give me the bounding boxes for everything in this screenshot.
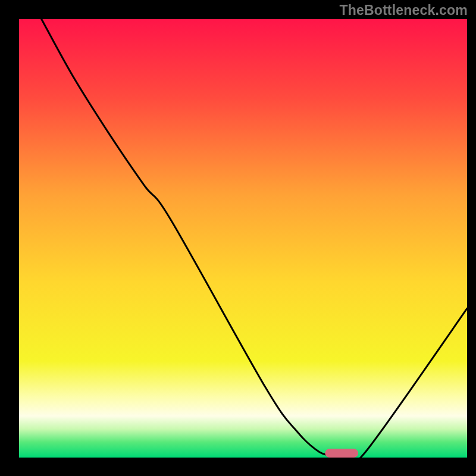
watermark-text: TheBottleneck.com: [339, 2, 468, 18]
chart-wrapper: { "watermark": "TheBottleneck.com", "cha…: [0, 0, 476, 476]
bottleneck-chart: [0, 0, 476, 476]
optimal-marker: [325, 449, 358, 458]
chart-background: [19, 19, 467, 458]
